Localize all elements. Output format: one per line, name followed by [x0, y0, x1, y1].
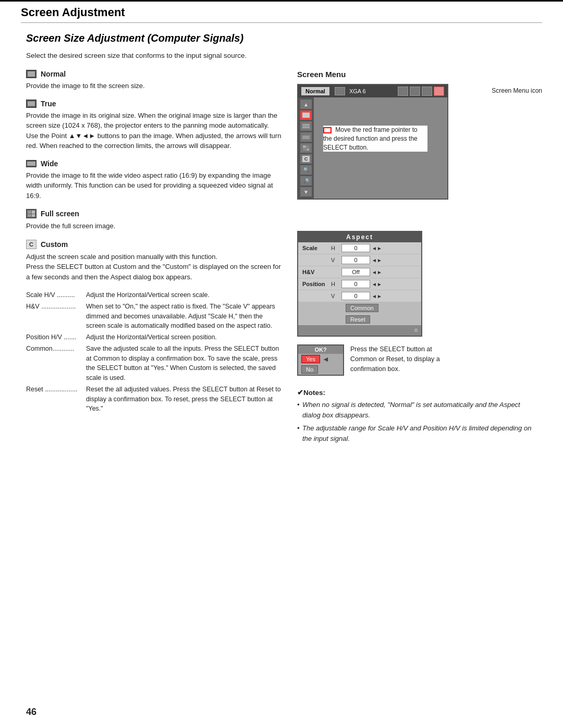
detail-row-common: Common............ Save the adjusted sca… — [26, 344, 282, 383]
side-icon-custom: C — [300, 154, 312, 164]
feature-normal-text: Provide the image to fit the screen size… — [26, 81, 282, 91]
feature-true: True Provide the image in its original s… — [26, 100, 282, 151]
detail-row-scale: Scale H/V .......... Adjust the Horizont… — [26, 290, 282, 300]
aspect-pos-v-value: 0 — [341, 292, 370, 300]
aspect-h-label: H — [331, 245, 341, 251]
note-item-1: When no signal is detected, "Normal" is … — [297, 400, 537, 420]
feature-custom-header: C Custom — [26, 240, 282, 249]
aspect-pos-v-label: V — [331, 293, 341, 299]
left-column: Normal Provide the image to fit the scre… — [26, 70, 282, 447]
feature-custom: C Custom Adjust the screen scale and pos… — [26, 240, 282, 282]
feature-fullscreen-header: Full screen — [26, 209, 282, 218]
detail-term-scale: Scale H/V .......... — [26, 290, 86, 300]
normal-icon — [26, 70, 36, 78]
screen-menu-topbar: Normal XGA 6 — [298, 85, 447, 97]
aspect-scale-v-arrow: ◄► — [372, 257, 382, 263]
aspect-pos-h-arrow: ◄► — [372, 281, 382, 287]
two-column-layout: Normal Provide the image to fit the scre… — [26, 70, 537, 447]
menu-icon-2 — [410, 87, 420, 96]
aspect-reset-row: Reset — [298, 314, 421, 325]
screen-menu-sidebar: ▲ — [298, 97, 314, 199]
screen-menu-title: Screen Menu — [297, 70, 537, 79]
note-item-2: The adjustable range for Scale H/V and P… — [297, 423, 537, 443]
aspect-pos-h-label: H — [331, 281, 341, 287]
red-frame-callout: Move the red frame pointer to the desire… — [323, 126, 427, 152]
true-icon — [26, 100, 36, 108]
aspect-scale-v-row: V 0 ◄► — [298, 254, 421, 266]
page-header: Screen Adjustment — [0, 0, 563, 22]
aspect-hv-arrow: ◄► — [372, 269, 382, 275]
menu-model-label: XGA 6 — [349, 88, 366, 94]
detail-row-hv: H&V ................... When set to "On,… — [26, 302, 282, 331]
side-icon-up: ▲ — [300, 100, 312, 109]
side-icon-fullscreen — [300, 143, 312, 153]
detail-def-hv: When set to "On," the aspect ratio is fi… — [86, 302, 282, 331]
fullscreen-icon-inner — [28, 211, 35, 217]
side-icon-zoom-out: 🔎 — [300, 176, 312, 186]
feature-true-label: True — [41, 100, 56, 108]
menu-icon-box — [335, 87, 345, 95]
menu-tab-normal: Normal — [301, 87, 329, 95]
menu-icon-3 — [422, 87, 432, 96]
aspect-scale-h-value: 0 — [341, 244, 370, 252]
side-icon-zoom-in: 🔍 — [300, 165, 312, 175]
ok-callout-text: Press the SELECT button at Common or Res… — [350, 344, 455, 374]
aspect-dialog-title: Aspect — [298, 232, 421, 242]
feature-custom-label: Custom — [41, 240, 68, 249]
detail-table: Scale H/V .......... Adjust the Horizont… — [26, 290, 282, 414]
aspect-position-label: Position — [302, 281, 331, 287]
menu-icon-1 — [398, 87, 408, 96]
aspect-common-row: Common — [298, 302, 421, 314]
page-number: 46 — [26, 707, 36, 718]
custom-icon: C — [26, 240, 36, 249]
detail-term-position: Position H/V ....... — [26, 332, 86, 342]
feature-normal: Normal Provide the image to fit the scre… — [26, 70, 282, 91]
detail-def-scale: Adjust the Horizontal/Vertical screen sc… — [86, 290, 282, 300]
aspect-reset-button[interactable]: Reset — [346, 315, 370, 324]
feature-true-text: Provide the image in its original size. … — [26, 110, 282, 151]
aspect-scale-h-row: Scale H 0 ◄► — [298, 242, 421, 254]
feature-true-header: True — [26, 100, 282, 108]
wide-icon — [26, 160, 36, 167]
detail-term-common: Common............ — [26, 344, 86, 383]
detail-row-position: Position H/V ....... Adjust the Horizont… — [26, 332, 282, 342]
aspect-hv-label: H&V — [302, 269, 331, 275]
screen-menu-model-area: XGA 6 — [335, 87, 366, 95]
detail-term-reset: Reset .................. — [26, 385, 86, 414]
ok-dialog-title: OK? — [298, 346, 343, 354]
feature-normal-header: Normal — [26, 70, 282, 78]
side-icon-wide — [300, 132, 312, 142]
ok-dialog: OK? Yes ◄ No — [297, 344, 344, 376]
notes-title: ✔Notes: — [297, 388, 537, 397]
feature-fullscreen-text: Provide the full screen image. — [26, 221, 282, 231]
aspect-footer: ⚙ — [298, 325, 421, 336]
menu-icons-row — [398, 87, 444, 96]
ok-dialog-area: OK? Yes ◄ No Press the SELECT button at … — [297, 344, 537, 380]
aspect-scale-v-value: 0 — [341, 256, 370, 264]
aspect-pos-v-arrow: ◄► — [372, 293, 382, 299]
feature-normal-label: Normal — [41, 70, 66, 78]
feature-wide-label: Wide — [41, 159, 58, 168]
feature-fullscreen: Full screen Provide the full screen imag… — [26, 209, 282, 231]
aspect-scale-label: Scale — [302, 245, 331, 251]
aspect-footer-text: ⚙ — [414, 328, 418, 333]
screen-menu-icon-callout: Screen Menu icon — [492, 87, 542, 94]
feature-wide-header: Wide — [26, 159, 282, 168]
ok-no-row: No — [298, 364, 343, 375]
main-content: Screen Size Adjustment (Computer Signals… — [0, 23, 563, 462]
aspect-scale-h-arrow: ◄► — [372, 245, 382, 251]
side-icon-true — [300, 121, 312, 131]
ok-yes-row: Yes ◄ — [298, 354, 343, 364]
notes-section: ✔Notes: When no signal is detected, "Nor… — [297, 388, 537, 443]
ok-yes-button[interactable]: Yes — [301, 355, 320, 363]
aspect-common-button[interactable]: Common — [346, 304, 378, 312]
section-title: Screen Size Adjustment (Computer Signals… — [26, 32, 537, 44]
detail-term-hv: H&V ................... — [26, 302, 86, 331]
menu-icon-4-active — [434, 87, 444, 96]
ok-no-button[interactable]: No — [301, 365, 318, 374]
screen-menu-container: Normal XGA 6 — [297, 84, 537, 200]
page-title: Screen Adjustment — [21, 6, 542, 19]
aspect-pos-h-value: 0 — [341, 280, 370, 288]
side-icon-normal — [300, 110, 312, 120]
aspect-v-label: V — [331, 257, 341, 263]
